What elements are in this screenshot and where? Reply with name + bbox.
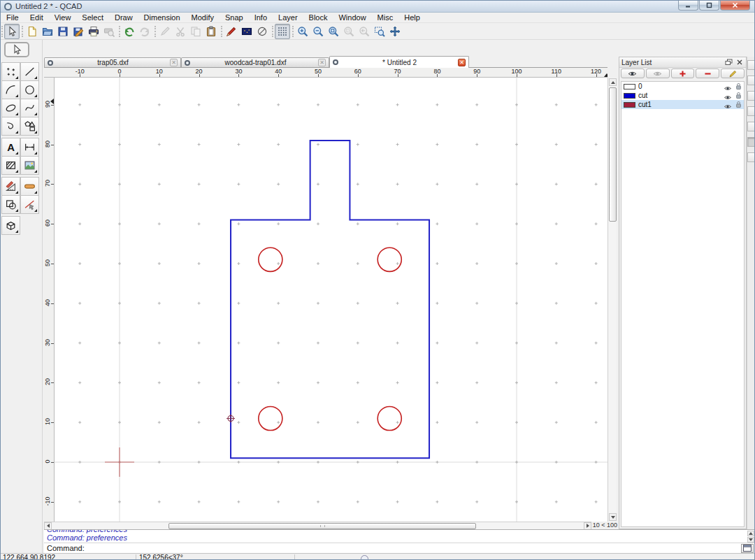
menu-layer[interactable]: Layer [273,13,303,23]
remove-layer-button[interactable] [696,69,719,78]
circle-tools-button[interactable] [20,80,39,99]
dock-toggle-3-button[interactable] [747,91,755,101]
tab-close-button[interactable]: ✕ [318,59,326,66]
dock-toggle-4-button[interactable] [747,106,755,116]
dock-toggle-7-button[interactable] [747,152,755,162]
previous-view-button[interactable] [357,24,372,39]
selection-pointer-button[interactable] [4,24,20,39]
menu-draw[interactable]: Draw [109,13,138,23]
drawing-preferences-button[interactable] [224,24,239,39]
zoom-in-button[interactable] [295,24,310,39]
menu-help[interactable]: Help [398,13,426,23]
polyline-tools-button[interactable] [1,117,20,136]
document-tab-1[interactable]: trap05.dxf✕ [44,57,181,67]
menu-file[interactable]: File [1,13,24,23]
document-tab-2[interactable]: woodcad-trap01.dxf✕ [181,57,329,67]
menu-info[interactable]: Info [249,13,273,23]
layer-lock-icon[interactable] [735,99,742,111]
tab-close-button[interactable]: ✕ [170,59,178,66]
hide-all-layers-button[interactable] [646,69,670,78]
close-panel-button[interactable] [735,58,744,66]
dock-toggle-2-button[interactable] [747,76,755,85]
horizontal-scroll-thumb[interactable] [168,523,476,529]
document-tab-3[interactable]: * Untitled 2✕ [329,56,469,68]
menu-misc[interactable]: Misc [372,13,399,23]
tab-close-button[interactable]: ✕ [458,59,466,66]
dimension-tools-button[interactable] [20,138,39,157]
ellipse-tools-button[interactable] [1,99,20,117]
print-preview-button[interactable] [101,24,117,39]
menu-select[interactable]: Select [76,13,109,23]
line-tools-button[interactable] [20,62,39,81]
menu-view[interactable]: View [49,13,77,23]
arc-tools-button[interactable] [1,80,20,99]
dock-toggle-1-button[interactable] [747,60,755,70]
edit-layer-button[interactable] [721,69,745,78]
vertical-scroll-thumb[interactable] [609,87,617,222]
scroll-up-button[interactable] [609,78,617,86]
dock-toggle-5-button[interactable] [747,122,755,131]
hatch-tool-button[interactable] [1,156,20,175]
save-as-button[interactable] [71,24,86,39]
menu-modify[interactable]: Modify [186,13,220,23]
scroll-down-button[interactable] [609,513,617,521]
maximize-button[interactable] [699,1,719,10]
measure-tools-button[interactable] [1,177,20,196]
command-input[interactable] [85,544,741,553]
drawing-canvas[interactable] [55,78,607,522]
cut-button[interactable] [173,24,188,39]
block-visibility-button[interactable] [239,24,254,39]
undo-button[interactable] [122,24,137,39]
layer-row-cut1[interactable]: cut1 [621,100,744,109]
image-tool-button[interactable] [20,156,39,175]
open-file-button[interactable] [40,24,55,39]
dock-toggle-6-button[interactable] [747,137,755,147]
redo-button[interactable] [137,24,152,39]
snap-edit-icon [24,199,36,210]
command-line-options-button[interactable] [741,544,754,553]
layer-visibility-icon[interactable] [723,82,733,90]
layer-visibility-icon[interactable] [723,101,733,108]
copy-button[interactable] [188,24,203,39]
paste-button[interactable] [203,24,219,39]
auto-zoom-button[interactable] [326,24,341,39]
menu-snap[interactable]: Snap [220,13,249,23]
current-tool-button[interactable] [4,42,29,57]
text-tool-button[interactable]: A [1,138,20,157]
new-file-button[interactable] [24,24,40,39]
history-scroll-down-button[interactable] [747,537,754,543]
minimize-button[interactable] [678,1,698,10]
scroll-right-button[interactable] [584,522,591,530]
save-button[interactable] [55,24,71,39]
point-tools-button[interactable] [1,62,20,81]
pan-button[interactable] [387,24,403,39]
window-zoom-button[interactable] [372,24,387,39]
grid-toggle-button[interactable] [275,24,290,39]
snap-edit-tools-button[interactable] [20,195,39,214]
close-button[interactable] [720,1,750,10]
zoom-selection-button[interactable] [341,24,357,39]
vertical-scrollbar[interactable] [607,78,617,522]
layer-row-cut[interactable]: cut [621,91,744,100]
layer-row-0[interactable]: 0 [621,82,744,91]
menu-dimension[interactable]: Dimension [138,13,186,23]
cut-with-reference-button[interactable] [157,24,173,39]
ortho-tool-button[interactable] [20,177,39,196]
layer-visibility-icon[interactable] [723,92,733,99]
show-all-layers-button[interactable] [621,69,645,78]
print-button[interactable] [86,24,101,39]
menu-edit[interactable]: Edit [24,13,49,23]
spline-tools-button[interactable] [20,99,39,117]
fill-toggle-button[interactable] [254,24,270,39]
add-layer-button[interactable] [671,69,695,78]
solid-tools-button[interactable] [1,216,20,235]
menu-block[interactable]: Block [303,13,333,23]
zoom-out-button[interactable] [310,24,326,39]
menu-window[interactable]: Window [333,13,371,23]
scroll-left-button[interactable] [44,522,52,530]
float-panel-button[interactable] [724,58,733,66]
shape-tools-button[interactable] [20,117,39,136]
modify-tools-button[interactable] [1,195,20,214]
history-scroll-up-button[interactable] [747,531,754,536]
horizontal-scrollbar[interactable] [44,522,591,529]
